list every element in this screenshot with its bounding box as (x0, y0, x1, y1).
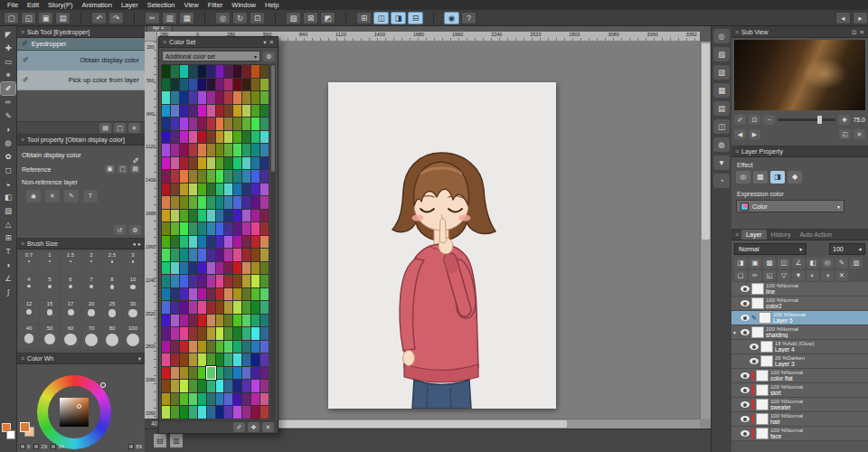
save-file-button[interactable]: ▣ (38, 12, 53, 24)
color-swatch[interactable] (251, 301, 259, 314)
color-swatch[interactable] (180, 79, 188, 91)
color-swatch[interactable] (198, 184, 206, 196)
subtool-item[interactable]: ✐ Pick up color from layer (17, 71, 145, 90)
scroll-right-icon[interactable]: ▸ (138, 240, 141, 248)
color-swatch[interactable] (180, 144, 188, 156)
mask-to-selection-button[interactable]: ◑ (821, 270, 834, 281)
color-swatch[interactable] (251, 184, 259, 196)
quick-access-palette-button[interactable]: ◎ (713, 29, 730, 43)
brush-size-item[interactable]: 50 (40, 325, 60, 348)
color-swatch[interactable] (224, 393, 232, 406)
color-swatch[interactable] (242, 170, 250, 183)
subview-clear-button[interactable]: ✕ (854, 129, 865, 139)
color-swatch[interactable] (224, 210, 232, 222)
color-swatch[interactable] (216, 131, 224, 144)
paste-button[interactable]: ▦ (179, 12, 194, 24)
color-swatch[interactable] (207, 380, 215, 392)
color-swatch[interactable] (233, 380, 241, 392)
color-swatch[interactable] (162, 249, 170, 261)
panel-menu-icon[interactable]: ≡ (735, 148, 739, 155)
layer-visibility-icon[interactable] (741, 329, 750, 335)
layer-visibility-icon[interactable] (741, 286, 750, 292)
color-swatch[interactable] (251, 91, 259, 104)
color-swatch[interactable] (162, 367, 170, 380)
color-swatch[interactable] (216, 327, 224, 340)
new-vector-layer-button[interactable]: ✑ (749, 270, 761, 281)
color-swatch[interactable] (207, 170, 215, 183)
color flat[interactable]: ▾ ✎ 100 %Normal color flat (731, 369, 868, 383)
color-swatch[interactable] (242, 131, 250, 144)
brush-size-item[interactable]: 7 (81, 276, 101, 299)
brush-size-item[interactable]: 60 (61, 325, 80, 348)
color-swatch[interactable] (260, 144, 269, 156)
ruler-tool[interactable]: ∠ (1, 272, 15, 285)
subview-next-button[interactable]: ▶ (749, 129, 760, 139)
color-swatch[interactable] (189, 327, 197, 340)
shaiding[interactable]: ▾ ✎ 100 %Normal shaiding (731, 325, 868, 340)
zoom-in-button[interactable]: ✚ (838, 115, 850, 125)
color-swatch[interactable] (216, 91, 224, 104)
color-swatch[interactable] (162, 144, 170, 156)
color-swatch[interactable] (224, 184, 232, 196)
color-swatch[interactable] (224, 79, 232, 91)
show-grid-button[interactable]: ⊞ (356, 12, 372, 24)
menu-item[interactable]: Help (260, 0, 283, 10)
scroll-left-icon[interactable]: ◂ (132, 240, 135, 248)
color-swatch[interactable] (242, 236, 250, 249)
color-swatch[interactable] (251, 262, 259, 275)
color-swatch[interactable] (189, 118, 197, 130)
menu-item[interactable]: View (180, 0, 203, 10)
color-swatch[interactable] (207, 65, 215, 78)
color-swatch[interactable] (171, 196, 179, 209)
rotate-view-button[interactable]: ↻ (232, 12, 248, 24)
color-swatch[interactable] (171, 301, 179, 314)
material-color-palette-button[interactable]: ▧ (713, 47, 730, 61)
color-swatch[interactable] (260, 353, 269, 366)
draft-layer-button[interactable]: ✎ (835, 258, 848, 268)
panel-menu-icon[interactable]: ≡ (735, 231, 739, 238)
color-swatch[interactable] (162, 131, 170, 144)
color-swatch[interactable] (216, 380, 224, 392)
color-swatch[interactable] (233, 79, 241, 91)
color-swatch[interactable] (216, 184, 224, 196)
color-swatch[interactable] (233, 210, 241, 222)
color-swatch[interactable] (251, 210, 259, 222)
color-swatch[interactable] (189, 288, 197, 301)
color-swatch[interactable] (162, 275, 170, 287)
color-swatch[interactable] (233, 341, 241, 353)
color-swatch[interactable] (242, 184, 250, 196)
color-swatch[interactable] (198, 236, 206, 249)
correct-line-tool[interactable]: ∫ (1, 286, 15, 298)
color-swatch[interactable] (180, 105, 188, 118)
color-swatch[interactable] (251, 249, 259, 261)
color-swatch[interactable] (233, 222, 241, 235)
vertical-scrollbar[interactable] (700, 42, 711, 419)
color-swatch[interactable] (224, 118, 232, 130)
color-swatch[interactable] (207, 118, 215, 130)
color-swatch[interactable] (162, 170, 170, 183)
color-swatch[interactable] (242, 210, 250, 222)
brush-size-item[interactable]: 10 (123, 276, 143, 299)
expression-color-select[interactable]: Color ▾ (736, 200, 844, 212)
color-swatch[interactable] (251, 105, 259, 118)
select-all-button[interactable]: ▧ (286, 12, 301, 24)
color-swatch[interactable] (180, 210, 188, 222)
color-swatch[interactable] (189, 196, 197, 209)
color-swatch[interactable] (224, 144, 232, 156)
color-swatch[interactable] (224, 301, 232, 314)
color-swatch[interactable] (242, 315, 250, 327)
color-swatch[interactable] (189, 144, 197, 156)
color-swatch[interactable] (207, 222, 215, 235)
color-swatch[interactable] (198, 262, 206, 275)
minimize-icon[interactable]: ▾ (263, 39, 266, 46)
color-swatch[interactable] (189, 341, 197, 353)
color-swatch[interactable] (242, 157, 250, 170)
color-swatch[interactable] (180, 91, 188, 104)
color-swatch[interactable] (207, 79, 215, 91)
panel-menu-icon[interactable]: ≡ (21, 355, 24, 362)
menu-item[interactable]: Animation (78, 0, 117, 10)
color-swatch[interactable] (171, 406, 179, 419)
color-swatch[interactable] (233, 157, 241, 170)
color-swatch[interactable] (189, 301, 197, 314)
color-swatch[interactable] (207, 144, 215, 156)
